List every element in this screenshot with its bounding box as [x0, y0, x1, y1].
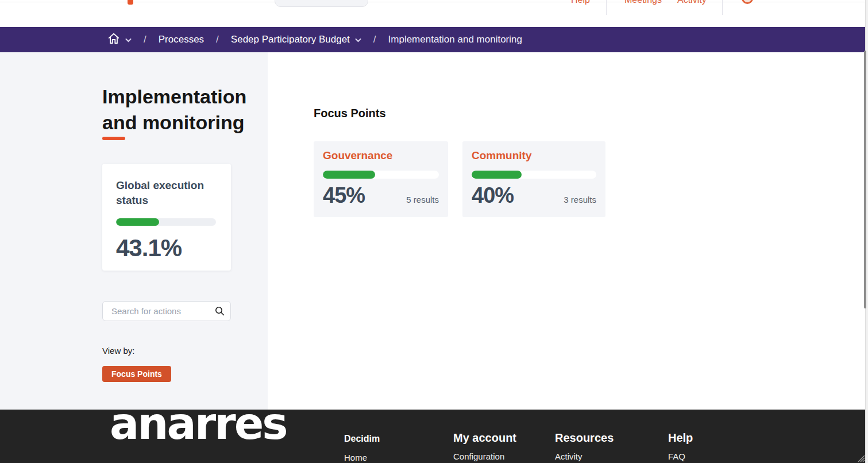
focus-point-progress-bar: [323, 171, 439, 179]
top-header: Help Meetings Activity: [0, 0, 868, 27]
breadcrumb-item-current: Implementation and monitoring: [388, 34, 522, 45]
scrollbar-thumb[interactable]: [864, 51, 866, 308]
global-progress-value: 43.1%: [116, 234, 218, 262]
focus-point-results-count: 3 results: [564, 195, 596, 205]
topnav-activity-link[interactable]: Activity: [677, 0, 707, 5]
topnav-divider: [722, 0, 723, 15]
footer: anarres Decidim Home My account Configur…: [0, 410, 868, 463]
global-execution-status-card: Global execution status 43.1%: [102, 164, 231, 271]
chevron-down-icon: [355, 34, 361, 45]
focus-point-title-link[interactable]: Community: [472, 149, 596, 162]
topnav-help-link[interactable]: Help: [571, 0, 590, 5]
footer-column-help: Help FAQ: [668, 431, 693, 461]
footer-decidim-link[interactable]: Decidim: [344, 434, 380, 444]
focus-point-progress-fill: [472, 171, 522, 179]
focus-point-card: Community 40% 3 results: [462, 141, 605, 217]
search-icon[interactable]: [215, 306, 225, 318]
footer-logo[interactable]: anarres: [110, 410, 286, 449]
breadcrumb-separator: /: [144, 34, 146, 45]
footer-home-link[interactable]: Home: [344, 453, 380, 462]
focus-points-filter-button[interactable]: Focus Points: [102, 366, 171, 382]
resize-grip-icon[interactable]: [855, 453, 865, 463]
footer-configuration-link[interactable]: Configuration: [453, 452, 516, 461]
language-globe-icon[interactable]: [742, 0, 753, 4]
focus-point-progress-value: 45%: [323, 183, 365, 208]
focus-point-results-count: 5 results: [406, 195, 439, 205]
focus-point-progress-bar: [472, 171, 596, 179]
status-card-title: Global execution status: [116, 178, 218, 208]
global-search-input[interactable]: [275, 0, 368, 7]
footer-faq-link[interactable]: FAQ: [668, 452, 693, 461]
actions-search: [102, 301, 231, 321]
focus-point-progress-value: 40%: [472, 183, 514, 208]
breadcrumb-home-dropdown[interactable]: [125, 34, 132, 45]
section-title: Focus Points: [314, 107, 386, 120]
footer-heading-resources: Resources: [555, 431, 614, 445]
breadcrumb-separator: /: [216, 34, 219, 45]
breadcrumb-item-process[interactable]: Sedep Participatory Budget: [231, 34, 350, 45]
footer-column-my-account: My account Configuration: [453, 431, 516, 461]
footer-column-resources: Resources Activity: [555, 431, 614, 461]
focus-point-progress-fill: [323, 171, 375, 179]
focus-point-card: Gouvernance 45% 5 results: [314, 141, 448, 217]
breadcrumb-separator: /: [373, 34, 376, 45]
chevron-down-icon: [125, 34, 132, 45]
topnav-meetings-link[interactable]: Meetings: [624, 0, 662, 5]
breadcrumb: / Processes / Sedep Participatory Budget…: [0, 27, 865, 52]
footer-heading-help: Help: [668, 431, 693, 445]
page: Help Meetings Activity / Processes / Sed…: [0, 0, 868, 463]
footer-activity-link[interactable]: Activity: [555, 452, 614, 461]
breadcrumb-process-dropdown[interactable]: [355, 34, 361, 45]
focus-point-title-link[interactable]: Gouvernance: [323, 149, 439, 162]
page-title: Implementation and monitoring: [102, 84, 264, 136]
home-icon: [107, 32, 120, 48]
breadcrumb-item-processes[interactable]: Processes: [159, 34, 204, 45]
breadcrumb-home-link[interactable]: [107, 32, 120, 48]
search-input[interactable]: [102, 301, 231, 321]
global-progress-fill: [116, 218, 159, 226]
title-underline: [102, 137, 125, 140]
view-by-label: View by:: [102, 346, 134, 356]
topnav-divider: [606, 0, 607, 15]
global-progress-bar: [116, 218, 216, 226]
site-logo-fragment[interactable]: [128, 0, 133, 5]
footer-heading-my-account: My account: [453, 431, 516, 445]
footer-column-decidim: Decidim Home: [344, 434, 380, 462]
